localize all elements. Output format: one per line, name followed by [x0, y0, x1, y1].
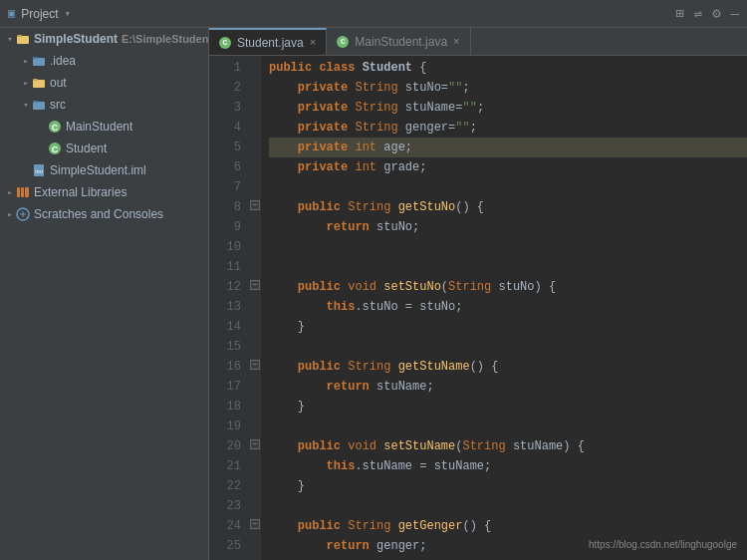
- fold-marker-16[interactable]: −: [250, 360, 260, 370]
- code-line-7: [269, 177, 747, 197]
- tab-label-main-student-tab: MainStudent.java: [355, 35, 447, 49]
- token: this: [327, 456, 356, 476]
- svg-rect-14: [17, 187, 20, 197]
- title-bar-icons: ⊞ ⇌ ⚙ —: [675, 5, 739, 22]
- token: String: [355, 118, 397, 138]
- code-editor[interactable]: 1234567891011121314151617181920212223242…: [209, 56, 747, 560]
- fold-marker-12[interactable]: −: [250, 280, 260, 290]
- gutter-line-1: [249, 56, 261, 76]
- token: (: [441, 277, 448, 297]
- title-bar: ▣ Project ▾ ⊞ ⇌ ⚙ —: [0, 0, 747, 28]
- gutter-line-12: −: [249, 275, 261, 295]
- title-bar-dropdown-icon[interactable]: ▾: [65, 7, 72, 20]
- token: private: [298, 157, 348, 177]
- token: [269, 197, 298, 217]
- token: [348, 138, 355, 157]
- line-number-24: 24: [209, 516, 241, 536]
- sidebar-item-idea[interactable]: .idea: [0, 50, 208, 72]
- tree-arrow-external-libs[interactable]: [4, 186, 16, 198]
- sidebar-item-scratches[interactable]: Scratches and Consoles: [0, 203, 208, 225]
- tree-arrow-simple-student-root[interactable]: [4, 33, 16, 45]
- sidebar-item-out[interactable]: out: [0, 72, 208, 94]
- folder-blue-icon: [32, 54, 46, 68]
- code-line-6: private int grade;: [269, 157, 747, 177]
- code-line-12: public void setStuNo(String stuNo) {: [269, 277, 747, 297]
- line-number-20: 20: [209, 436, 241, 456]
- token: ;: [462, 78, 469, 98]
- code-line-17: return stuName;: [269, 377, 747, 397]
- token: [390, 357, 397, 377]
- code-line-3: private String stuName="";: [269, 98, 747, 118]
- java-class-icon: C: [48, 120, 62, 134]
- tree-arrow-scratches[interactable]: [4, 208, 16, 220]
- svg-text:C: C: [52, 144, 59, 154]
- token: grade;: [376, 157, 426, 177]
- svg-rect-6: [33, 102, 45, 110]
- fold-marker-24[interactable]: −: [250, 519, 260, 529]
- tab-student-tab[interactable]: CStudent.java×: [209, 28, 327, 55]
- token: stuNo;: [370, 217, 419, 237]
- token: String: [448, 277, 491, 297]
- code-line-14: }: [269, 317, 747, 337]
- tree-arrow-src[interactable]: [20, 99, 32, 111]
- watermark: https://blog.csdn.net/linghugoolge: [589, 539, 737, 550]
- line-number-9: 9: [209, 217, 241, 237]
- tab-label-student-tab: Student.java: [237, 36, 304, 50]
- line-number-10: 10: [209, 237, 241, 257]
- gutter-line-21: [249, 454, 261, 474]
- tree-arrow-idea[interactable]: [20, 55, 32, 67]
- code-line-13: this.stuNo = stuNo;: [269, 297, 747, 317]
- svg-rect-1: [17, 35, 22, 37]
- sidebar-item-simple-student-root[interactable]: SimpleStudentE:\SimpleStudent: [0, 28, 208, 50]
- token: [355, 58, 362, 78]
- token: setStuName: [383, 436, 455, 456]
- line-number-3: 3: [209, 98, 241, 118]
- gutter-line-9: [249, 215, 261, 235]
- line-number-12: 12: [209, 277, 241, 297]
- line-number-19: 19: [209, 417, 241, 436]
- split-icon[interactable]: ⇌: [694, 5, 702, 22]
- folder-yellow-icon: [16, 32, 30, 46]
- token: [269, 456, 327, 476]
- code-line-26: }: [269, 556, 747, 560]
- sidebar-item-student[interactable]: CStudent: [0, 138, 208, 159]
- tab-close-student-tab[interactable]: ×: [310, 37, 317, 49]
- sidebar-item-iml[interactable]: imlSimpleStudent.iml: [0, 159, 208, 181]
- code-content[interactable]: public class Student { private String st…: [261, 56, 747, 560]
- svg-rect-5: [33, 79, 38, 81]
- fold-marker-8[interactable]: −: [250, 200, 260, 210]
- gutter-line-20: −: [249, 434, 261, 454]
- line-number-2: 2: [209, 78, 241, 98]
- token: String: [348, 357, 390, 377]
- line-number-13: 13: [209, 297, 241, 317]
- token: [269, 377, 327, 397]
- code-line-23: [269, 496, 747, 516]
- token: }: [269, 476, 305, 496]
- token: stuName;: [370, 377, 434, 397]
- fold-marker-20[interactable]: −: [250, 439, 260, 449]
- tab-main-student-tab[interactable]: CMainStudent.java×: [327, 28, 470, 55]
- gutter-line-23: [249, 494, 261, 514]
- line-number-26: 26: [209, 556, 241, 560]
- token: String: [462, 436, 505, 456]
- code-line-10: [269, 237, 747, 257]
- token: .stuNo = stuNo;: [355, 297, 462, 317]
- gutter-line-16: −: [249, 355, 261, 375]
- layout-icon[interactable]: ⊞: [675, 5, 683, 22]
- folder-blue-icon: [32, 98, 46, 112]
- token: [269, 536, 327, 556]
- sidebar-item-main-student[interactable]: CMainStudent: [0, 116, 208, 138]
- token: class: [319, 58, 355, 78]
- token: ;: [470, 118, 477, 138]
- sidebar-item-label-src: src: [50, 98, 66, 112]
- sidebar-item-external-libs[interactable]: External Libraries: [0, 181, 208, 203]
- gutter-line-8: −: [249, 195, 261, 215]
- tab-close-main-student-tab[interactable]: ×: [453, 36, 460, 48]
- sidebar-item-src[interactable]: src: [0, 94, 208, 116]
- minimize-icon[interactable]: —: [731, 6, 739, 22]
- gear-icon[interactable]: ⚙: [712, 5, 720, 22]
- tree-arrow-out[interactable]: [20, 77, 32, 89]
- token: return: [327, 377, 370, 397]
- token: ;: [477, 98, 484, 118]
- gutter-line-3: [249, 96, 261, 116]
